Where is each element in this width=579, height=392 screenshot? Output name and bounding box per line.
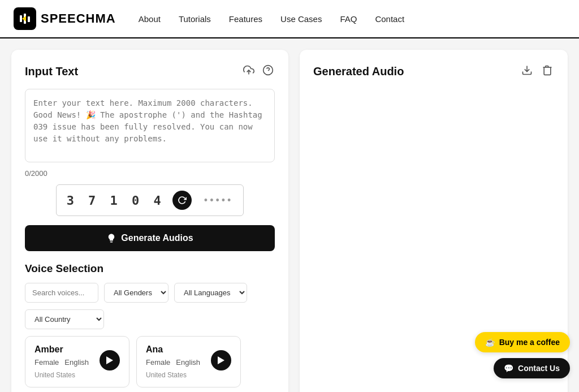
upload-icon[interactable] [242, 63, 256, 80]
nav-tutorials[interactable]: Tutorials [179, 14, 211, 24]
ana-play-button[interactable] [211, 350, 231, 371]
captcha-input-dots: ••••• [204, 195, 234, 206]
right-panel-icons [520, 63, 554, 80]
svg-rect-0 [20, 15, 22, 22]
panel-title-icons [242, 63, 275, 80]
voice-meta-amber: Female English [34, 358, 89, 367]
logo-text: SPEECHMA [41, 11, 116, 26]
input-text-title: Input Text [25, 65, 78, 78]
left-panel: Input Text 0 [11, 50, 288, 392]
gender-filter-select[interactable]: All Genders Male Female [104, 283, 168, 303]
country-filter-select[interactable]: All Country United States United Kingdom… [25, 309, 104, 329]
chat-icon: 💬 [504, 364, 513, 373]
nav: About Tutorials Features Use Cases FAQ C… [139, 14, 404, 24]
contact-us-label: Contact Us [518, 364, 560, 373]
delete-icon[interactable] [541, 63, 554, 80]
input-text-header: Input Text [25, 63, 275, 80]
download-icon[interactable] [520, 63, 534, 80]
captcha-area: 3 7 1 0 4 ••••• [25, 184, 275, 216]
voice-cards-list: Amber Female English United States [25, 336, 275, 387]
buy-coffee-button[interactable]: ☕ Buy me a coffee [475, 332, 570, 352]
voice-card-ana-footer: Female English United States [146, 358, 231, 379]
generate-audios-button[interactable]: Generate Audios [25, 225, 275, 251]
voice-selection-title: Voice Selection [25, 262, 275, 275]
generate-audios-label: Generate Audios [121, 233, 193, 243]
nav-use-cases[interactable]: Use Cases [280, 14, 322, 24]
voice-card-amber: Amber Female English United States [25, 336, 129, 387]
svg-marker-8 [218, 356, 224, 364]
voice-card-ana: Ana Female English United States [136, 336, 241, 387]
nav-about[interactable]: About [139, 14, 161, 24]
generated-audio-content [313, 89, 554, 315]
ana-language: English [176, 358, 200, 367]
coffee-icon: ☕ [485, 338, 495, 347]
buy-coffee-label: Buy me a coffee [499, 338, 560, 347]
nav-features[interactable]: Features [229, 14, 262, 24]
logo-area: SPEECHMA [14, 7, 116, 30]
amber-country: United States [34, 371, 89, 379]
text-input[interactable] [25, 89, 275, 162]
generated-audio-title: Generated Audio [313, 65, 404, 78]
contact-us-button[interactable]: 💬 Contact Us [494, 358, 570, 378]
captcha-digits: 3 7 1 0 4 [67, 193, 165, 208]
ana-gender: Female [146, 358, 170, 367]
voice-card-amber-footer: Female English United States [34, 358, 120, 379]
logo-icon [14, 7, 36, 30]
right-panel-header: Generated Audio [313, 63, 554, 80]
header: SPEECHMA About Tutorials Features Use Ca… [0, 0, 579, 38]
search-voices-input[interactable] [25, 283, 98, 303]
amber-play-button[interactable] [100, 350, 120, 371]
help-icon[interactable] [261, 63, 275, 80]
svg-rect-2 [28, 16, 30, 22]
voice-filters: All Genders Male Female All Languages En… [25, 283, 275, 303]
char-count: 0/2000 [25, 169, 275, 178]
nav-contact[interactable]: Contact [375, 14, 404, 24]
captcha-refresh-btn[interactable] [172, 191, 192, 210]
captcha-box: 3 7 1 0 4 ••••• [56, 184, 244, 216]
amber-language: English [64, 358, 89, 367]
ana-country: United States [146, 371, 200, 379]
floating-buttons: ☕ Buy me a coffee 💬 Contact Us [475, 332, 570, 378]
amber-gender: Female [34, 358, 59, 367]
voice-meta-ana: Female English [146, 358, 200, 367]
svg-marker-7 [106, 356, 113, 364]
nav-faq[interactable]: FAQ [340, 14, 357, 24]
language-filter-select[interactable]: All Languages English Spanish French [174, 283, 247, 303]
